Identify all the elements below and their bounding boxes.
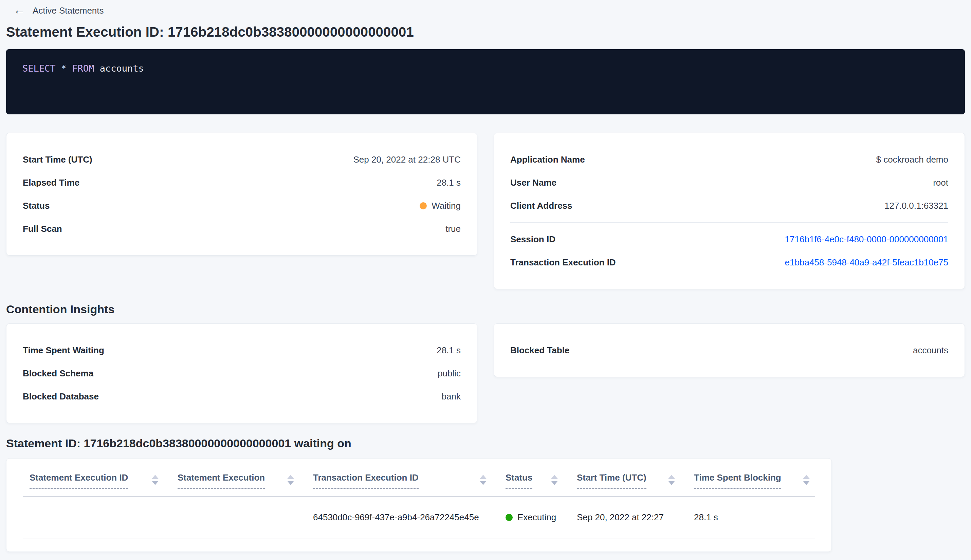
column-header-status[interactable]: Status xyxy=(506,472,577,489)
table-header-row: Statement Execution ID Statement Executi… xyxy=(7,472,831,489)
blocked-table-label: Blocked Table xyxy=(510,345,569,356)
application-name-value: $ cockroach demo xyxy=(876,155,948,165)
kv-row-application-name: Application Name $ cockroach demo xyxy=(510,148,948,171)
client-address-label: Client Address xyxy=(510,201,572,211)
kv-row-status: Status Waiting xyxy=(23,194,461,217)
kv-row-client-address: Client Address 127.0.0.1:63321 xyxy=(510,194,948,217)
time-spent-waiting-label: Time Spent Waiting xyxy=(23,345,104,356)
column-header-start-time[interactable]: Start Time (UTC) xyxy=(577,472,694,489)
cell-status-text: Executing xyxy=(517,512,556,523)
blocked-table-card: Blocked Table accounts xyxy=(494,323,965,377)
sort-icon[interactable] xyxy=(551,475,558,485)
blocked-table-value: accounts xyxy=(913,345,948,356)
cell-time-spent-blocking: 28.1 s xyxy=(694,512,829,523)
contention-waiting-card: Time Spent Waiting 28.1 s Blocked Schema… xyxy=(6,323,477,423)
start-time-value: Sep 20, 2022 at 22:28 UTC xyxy=(353,155,461,165)
status-label: Status xyxy=(23,201,50,211)
column-header-label: Transaction Execution ID xyxy=(313,472,419,489)
column-header-label: Time Spent Blocking xyxy=(694,472,781,489)
overview-cards-row: Start Time (UTC) Sep 20, 2022 at 22:28 U… xyxy=(6,133,965,289)
kv-row-time-spent-waiting: Time Spent Waiting 28.1 s xyxy=(23,339,461,362)
table-row: 64530d0c-969f-437e-a9b4-26a72245e45e Exe… xyxy=(7,497,831,538)
kv-row-user-name: User Name root xyxy=(510,171,948,194)
left-arrow-icon: ← xyxy=(13,4,25,16)
kv-row-blocked-table: Blocked Table accounts xyxy=(510,339,948,362)
user-name-value: root xyxy=(933,178,948,188)
column-header-label: Start Time (UTC) xyxy=(577,472,646,489)
session-details-card: Application Name $ cockroach demo User N… xyxy=(494,133,965,289)
sql-statement-box: SELECT * FROM accounts xyxy=(6,49,965,114)
cell-start-time: Sep 20, 2022 at 22:27 xyxy=(577,512,694,523)
kv-row-full-scan: Full Scan true xyxy=(23,217,461,240)
kv-row-transaction-execution-id: Transaction Execution ID e1bba458-5948-4… xyxy=(510,251,948,274)
session-id-link[interactable]: 1716b1f6-4e0c-f480-0000-000000000001 xyxy=(785,234,948,245)
time-spent-waiting-value: 28.1 s xyxy=(437,345,461,356)
blocked-schema-value: public xyxy=(438,368,461,379)
start-time-label: Start Time (UTC) xyxy=(23,155,92,165)
cell-status: Executing xyxy=(506,512,577,523)
blocked-schema-label: Blocked Schema xyxy=(23,368,93,379)
column-header-label: Statement Execution ID xyxy=(30,472,128,489)
execution-details-card: Start Time (UTC) Sep 20, 2022 at 22:28 U… xyxy=(6,133,477,255)
user-name-label: User Name xyxy=(510,178,556,188)
waiting-on-table-card: Statement Execution ID Statement Executi… xyxy=(6,458,832,552)
column-header-transaction-execution-id[interactable]: Transaction Execution ID xyxy=(313,472,506,489)
executing-status-dot-icon xyxy=(506,514,513,521)
page: ← Active Statements Statement Execution … xyxy=(0,0,971,552)
transaction-execution-id-label: Transaction Execution ID xyxy=(510,257,616,268)
cell-transaction-execution-id: 64530d0c-969f-437e-a9b4-26a72245e45e xyxy=(313,512,506,523)
sort-icon[interactable] xyxy=(287,475,294,485)
column-header-statement-execution[interactable]: Statement Execution xyxy=(178,472,313,489)
column-header-statement-execution-id[interactable]: Statement Execution ID xyxy=(30,472,178,489)
full-scan-value: true xyxy=(445,224,461,234)
full-scan-label: Full Scan xyxy=(23,224,62,234)
kv-row-blocked-schema: Blocked Schema public xyxy=(23,362,461,385)
kv-row-blocked-database: Blocked Database bank xyxy=(23,385,461,408)
client-address-value: 127.0.0.1:63321 xyxy=(884,201,948,211)
sort-icon[interactable] xyxy=(152,475,158,485)
sort-icon[interactable] xyxy=(668,475,675,485)
waiting-on-heading: Statement ID: 1716b218dc0b38380000000000… xyxy=(6,437,965,450)
status-value-text: Waiting xyxy=(432,201,461,211)
kv-row-elapsed-time: Elapsed Time 28.1 s xyxy=(23,171,461,194)
column-header-label: Status xyxy=(506,472,532,489)
elapsed-time-value: 28.1 s xyxy=(437,178,461,188)
page-title: Statement Execution ID: 1716b218dc0b3838… xyxy=(6,25,965,40)
sql-keyword-from: FROM xyxy=(72,63,94,73)
card-divider xyxy=(510,222,948,223)
column-header-time-spent-blocking[interactable]: Time Spent Blocking xyxy=(694,472,829,489)
back-link-label: Active Statements xyxy=(33,5,104,16)
column-header-label: Statement Execution xyxy=(178,472,265,489)
table-row-divider xyxy=(23,538,815,539)
kv-row-start-time: Start Time (UTC) Sep 20, 2022 at 22:28 U… xyxy=(23,148,461,171)
application-name-label: Application Name xyxy=(510,155,585,165)
status-value: Waiting xyxy=(420,201,461,211)
sql-table-name: accounts xyxy=(100,63,144,73)
transaction-execution-id-link[interactable]: e1bba458-5948-40a9-a42f-5feac1b10e75 xyxy=(785,257,948,268)
contention-insights-heading: Contention Insights xyxy=(6,303,965,316)
elapsed-time-label: Elapsed Time xyxy=(23,178,80,188)
sort-icon[interactable] xyxy=(803,475,810,485)
session-id-label: Session ID xyxy=(510,234,556,245)
sort-icon[interactable] xyxy=(480,475,487,485)
sql-keyword-select: SELECT xyxy=(22,63,56,73)
sql-star: * xyxy=(61,63,67,73)
blocked-database-label: Blocked Database xyxy=(23,391,99,402)
back-link-active-statements[interactable]: ← Active Statements xyxy=(0,0,104,16)
kv-row-session-id: Session ID 1716b1f6-4e0c-f480-0000-00000… xyxy=(510,228,948,251)
waiting-status-dot-icon xyxy=(420,202,427,209)
blocked-database-value: bank xyxy=(442,391,461,402)
contention-cards-row: Time Spent Waiting 28.1 s Blocked Schema… xyxy=(6,323,965,423)
